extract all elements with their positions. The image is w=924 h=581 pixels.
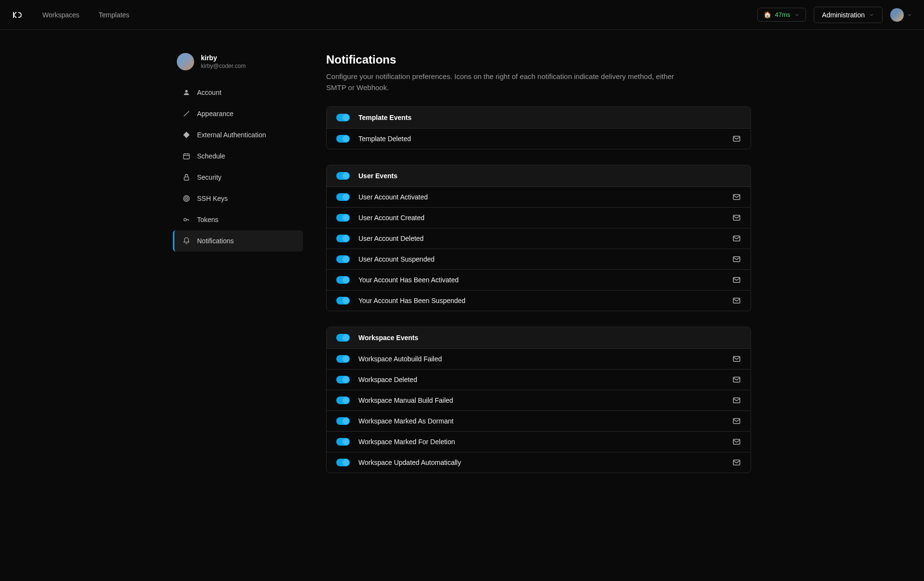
chevron-down-icon [907, 12, 912, 18]
mail-icon [732, 234, 741, 243]
mail-icon [732, 296, 741, 305]
sidebar-item-tokens[interactable]: Tokens [173, 209, 303, 230]
notification-toggle[interactable] [336, 459, 350, 466]
notification-toggle[interactable] [336, 396, 350, 404]
notification-toggle[interactable] [336, 376, 350, 383]
sidebar-item-label: Appearance [197, 110, 234, 118]
notification-row: Workspace Deleted [327, 370, 751, 390]
bell-icon [183, 237, 190, 245]
notification-row: Workspace Manual Build Failed [327, 390, 751, 411]
mail-icon [732, 437, 741, 446]
sidebar-item-label: Account [197, 89, 222, 96]
latency-value: 47ms [775, 11, 791, 18]
notification-label: User Account Activated [358, 193, 724, 201]
notification-toggle[interactable] [336, 276, 350, 284]
notification-row: Workspace Marked As Dormant [327, 411, 751, 432]
mail-icon [732, 458, 741, 467]
page-title: Notifications [326, 53, 751, 66]
sidebar-item-label: Tokens [197, 216, 218, 224]
svg-rect-1 [184, 154, 189, 159]
notification-label: Workspace Marked For Deletion [358, 438, 724, 446]
mail-icon [732, 213, 741, 222]
section-toggle[interactable] [336, 172, 350, 180]
nav-templates[interactable]: Templates [99, 11, 130, 19]
logo-icon [12, 9, 23, 21]
latency-icon: 🏠 [764, 11, 771, 18]
mail-icon [732, 134, 741, 143]
section-header: Template Events [327, 107, 751, 129]
admin-button[interactable]: Administration [814, 7, 883, 23]
notification-row: Template Deleted [327, 129, 751, 149]
notification-label: Your Account Has Been Activated [358, 276, 724, 284]
section-header: User Events [327, 165, 751, 187]
calendar-icon [183, 152, 190, 160]
user-avatar [177, 53, 194, 70]
avatar-menu[interactable] [890, 8, 912, 22]
notification-toggle[interactable] [336, 438, 350, 446]
notification-label: Workspace Updated Automatically [358, 459, 724, 466]
notification-label: Workspace Autobuild Failed [358, 355, 724, 363]
brush-icon [183, 110, 190, 118]
sidebar-item-label: Notifications [197, 237, 234, 245]
notification-toggle[interactable] [336, 355, 350, 363]
latency-badge[interactable]: 🏠 47ms [757, 8, 806, 22]
svg-point-0 [185, 90, 187, 92]
sidebar-item-notifications[interactable]: Notifications [173, 230, 303, 251]
top-nav: Workspaces Templates 🏠 47ms Administrati… [0, 0, 924, 30]
notification-row: User Account Deleted [327, 228, 751, 249]
sidebar-item-label: External Authentication [197, 131, 266, 139]
svg-point-9 [184, 218, 186, 221]
section-toggle[interactable] [336, 114, 350, 121]
chevron-down-icon [869, 12, 874, 18]
user-block: kirby kirby@coder.com [173, 53, 303, 70]
notification-row: Your Account Has Been Activated [327, 270, 751, 290]
notification-toggle[interactable] [336, 214, 350, 222]
notification-toggle[interactable] [336, 193, 350, 201]
section-header: Workspace Events [327, 327, 751, 349]
notification-row: User Account Suspended [327, 249, 751, 270]
notification-label: User Account Created [358, 214, 724, 222]
svg-point-8 [186, 198, 186, 198]
avatar [890, 8, 904, 22]
key-icon [183, 216, 190, 224]
notification-section: Workspace EventsWorkspace Autobuild Fail… [326, 327, 751, 473]
section-title: Workspace Events [358, 334, 418, 342]
notification-row: User Account Created [327, 208, 751, 228]
notification-row: User Account Activated [327, 187, 751, 208]
nav-workspaces[interactable]: Workspaces [42, 11, 79, 19]
mail-icon [732, 276, 741, 284]
mail-icon [732, 375, 741, 384]
mail-icon [732, 396, 741, 405]
notification-row: Workspace Autobuild Failed [327, 349, 751, 370]
notification-label: Workspace Deleted [358, 376, 724, 383]
notification-row: Workspace Updated Automatically [327, 452, 751, 473]
notification-toggle[interactable] [336, 417, 350, 425]
notification-toggle[interactable] [336, 235, 350, 242]
notification-label: Template Deleted [358, 135, 724, 143]
section-toggle[interactable] [336, 334, 350, 342]
person-icon [183, 89, 190, 96]
sidebar-item-schedule[interactable]: Schedule [173, 145, 303, 167]
sidebar-item-label: Security [197, 173, 222, 181]
notification-section: Template EventsTemplate Deleted [326, 106, 751, 149]
notification-label: Workspace Marked As Dormant [358, 417, 724, 425]
notification-label: Workspace Manual Build Failed [358, 396, 724, 404]
sidebar-item-ssh-keys[interactable]: SSH Keys [173, 188, 303, 209]
sidebar-item-label: Schedule [197, 152, 225, 160]
lock-icon [183, 173, 190, 181]
notification-label: User Account Deleted [358, 235, 724, 242]
admin-label: Administration [822, 11, 865, 19]
notification-toggle[interactable] [336, 135, 350, 143]
svg-rect-5 [184, 177, 188, 180]
notification-toggle[interactable] [336, 297, 350, 304]
main-content: Notifications Configure your notificatio… [326, 53, 751, 489]
fingerprint-icon [183, 195, 190, 202]
mail-icon [732, 193, 741, 201]
sidebar-item-appearance[interactable]: Appearance [173, 103, 303, 124]
notification-row: Your Account Has Been Suspended [327, 290, 751, 311]
sidebar-item-account[interactable]: Account [173, 82, 303, 103]
sidebar-item-security[interactable]: Security [173, 167, 303, 188]
notification-label: Your Account Has Been Suspended [358, 297, 724, 304]
sidebar-item-external-auth[interactable]: External Authentication [173, 124, 303, 145]
notification-toggle[interactable] [336, 255, 350, 263]
